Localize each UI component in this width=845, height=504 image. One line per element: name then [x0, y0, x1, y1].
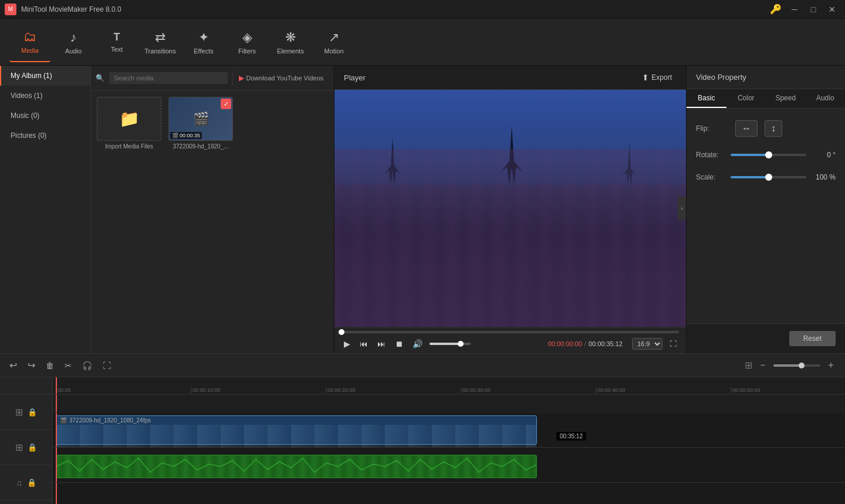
youtube-download-button[interactable]: ▶ Download YouTube Videos: [232, 70, 330, 86]
sidebar-item-music[interactable]: Music (0): [0, 106, 90, 126]
undo-button[interactable]: ↩: [7, 358, 19, 372]
scale-label: Scale:: [696, 173, 726, 181]
toolbar-item-media[interactable]: 🗂 Media: [9, 22, 50, 62]
toolbar-item-text[interactable]: T Text: [96, 22, 137, 62]
scale-slider[interactable]: [731, 176, 806, 178]
timeline-toolbar: ↩ ↪ 🗑 ✂ 🎧 ⛶ ⊞ － ＋: [0, 354, 845, 377]
player-header: Player ⬆ Export: [334, 66, 686, 90]
sidebar-item-pictures[interactable]: Pictures (0): [0, 126, 90, 146]
video-clip[interactable]: 🎬 3722009-hd_1920_1080_24fps 00:35:12: [56, 415, 537, 445]
add-audio-icon[interactable]: ⊞: [15, 442, 23, 453]
effects-icon: ✦: [198, 30, 209, 45]
audio-detach-button[interactable]: 🎧: [80, 360, 94, 371]
property-tabs: Basic Color Speed Audio: [687, 89, 845, 109]
tab-basic[interactable]: Basic: [687, 89, 726, 108]
rotate-label: Rotate:: [696, 151, 726, 159]
import-media-item[interactable]: 📁 Import Media Files: [97, 97, 161, 150]
zoom-slider[interactable]: [773, 364, 820, 367]
zoom-in-button[interactable]: ＋: [824, 358, 838, 373]
video-media-thumb[interactable]: 🎬 🎬 00:00:35 ✓: [168, 97, 233, 141]
delete-button[interactable]: 🗑: [43, 360, 56, 371]
rotate-value: 0 °: [811, 151, 836, 159]
ruler-mark-30: 00:00:30:00: [461, 387, 596, 393]
toolbar-label-audio: Audio: [65, 48, 82, 55]
youtube-download-label: Download YouTube Videos: [246, 75, 324, 82]
lock-video-icon[interactable]: 🔒: [28, 408, 37, 417]
tab-speed[interactable]: Speed: [766, 89, 806, 108]
clip-frames: [56, 425, 536, 447]
toolbar-item-motion[interactable]: ↗ Motion: [313, 22, 354, 62]
toolbar-item-filters[interactable]: ◈ Filters: [227, 22, 268, 62]
volume-slider[interactable]: [430, 343, 471, 345]
flip-row: Flip: ↔ ↕: [696, 120, 836, 137]
import-media-thumb[interactable]: 📁: [97, 97, 161, 141]
export-button[interactable]: ⬆ Export: [637, 72, 677, 83]
audio-track-lane: [53, 448, 845, 483]
search-input[interactable]: [109, 72, 228, 84]
toolbar-item-audio[interactable]: ♪ Audio: [53, 22, 94, 62]
flip-horizontal-button[interactable]: ↔: [735, 120, 758, 137]
progress-bar[interactable]: [342, 331, 679, 333]
youtube-icon: ▶: [239, 74, 244, 82]
music-track-buttons: ♫ 🔒: [0, 465, 52, 500]
zoom-out-button[interactable]: －: [756, 358, 770, 373]
video-duration-badge: 🎬 00:00:35: [170, 132, 202, 139]
text-icon: T: [114, 31, 120, 43]
toolbar-label-motion: Motion: [324, 48, 343, 55]
progress-handle[interactable]: [339, 329, 344, 335]
play-button[interactable]: ▶: [342, 338, 353, 350]
maximize-button[interactable]: □: [805, 4, 822, 15]
rotate-slider[interactable]: [731, 154, 806, 156]
skip-back-button[interactable]: ⏮: [357, 338, 370, 350]
filters-icon: ◈: [242, 30, 252, 45]
audio-clip[interactable]: [56, 455, 537, 478]
sidebar-item-my-album[interactable]: My Album (1): [0, 66, 90, 86]
redo-button[interactable]: ↪: [25, 358, 38, 372]
sidebar-item-videos[interactable]: Videos (1): [0, 86, 90, 106]
split-icon: ⊞: [745, 360, 752, 371]
audio-waveform: [56, 455, 536, 478]
cut-button[interactable]: ✂: [62, 360, 74, 371]
folder-icon: 📁: [119, 109, 140, 128]
toolbar-item-effects[interactable]: ✦ Effects: [183, 22, 224, 62]
video-media-item[interactable]: 🎬 🎬 00:00:35 ✓ 3722009-hd_1920_...: [168, 97, 233, 150]
toolbar-item-transitions[interactable]: ⇄ Transitions: [140, 22, 181, 62]
tab-audio[interactable]: Audio: [806, 89, 846, 108]
close-button[interactable]: ✕: [824, 4, 840, 15]
tab-color[interactable]: Color: [726, 89, 766, 108]
player-video: ›: [334, 90, 686, 327]
timeline-ruler: 00:00 00:00:10:00 00:00:20:00 00:00:30:0…: [53, 377, 845, 395]
video-track-lane: 🎬 3722009-hd_1920_1080_24fps 00:35:12: [53, 412, 845, 448]
app-icon: M: [5, 4, 16, 15]
skip-forward-button[interactable]: ⏭: [375, 338, 388, 350]
add-video-icon[interactable]: ⊞: [15, 407, 23, 418]
stop-button[interactable]: ⏹: [393, 338, 405, 350]
timeline-area: ↩ ↪ 🗑 ✂ 🎧 ⛶ ⊞ － ＋ ⊞ 🔒 ⊞: [0, 353, 845, 504]
crop-button[interactable]: ⛶: [100, 360, 113, 371]
toolbar-item-elements[interactable]: ❋ Elements: [270, 22, 311, 62]
current-time: 00:00:00:00: [548, 340, 582, 347]
video-check-badge: ✓: [221, 99, 231, 109]
zoom-fill: [773, 364, 802, 367]
key-icon: 🔑: [770, 4, 782, 15]
collapse-panel-button[interactable]: ›: [678, 197, 686, 220]
total-time: 00:00:35:12: [589, 340, 623, 347]
player-controls: ▶ ⏮ ⏭ ⏹ 🔊 00:00:00:00 / 00:00:35:12 16:9…: [334, 327, 686, 353]
minimize-button[interactable]: ─: [786, 4, 803, 15]
volume-button[interactable]: 🔊: [410, 338, 425, 350]
ruler-mark-0: 00:00: [56, 387, 191, 393]
toolbar-label-elements: Elements: [277, 48, 304, 55]
fullscreen-button[interactable]: ⛶: [667, 339, 679, 349]
lock-audio-icon[interactable]: 🔒: [28, 443, 37, 452]
aspect-ratio-select[interactable]: 16:9: [632, 338, 663, 350]
player-control-row: ▶ ⏮ ⏭ ⏹ 🔊 00:00:00:00 / 00:00:35:12 16:9…: [342, 338, 679, 350]
music-track-lane: [53, 483, 845, 504]
flip-vertical-button[interactable]: ↕: [765, 120, 782, 137]
toolbar-label-text: Text: [111, 46, 123, 53]
media-search-bar: 🔍 ▶ Download YouTube Videos: [91, 66, 334, 91]
lock-music-icon[interactable]: 🔒: [27, 478, 36, 487]
reset-button[interactable]: Reset: [789, 331, 836, 346]
media-icon: 🗂: [23, 29, 36, 45]
clip-name: 3722009-hd_1920_1080_24fps: [69, 417, 151, 424]
search-icon: 🔍: [96, 74, 104, 82]
